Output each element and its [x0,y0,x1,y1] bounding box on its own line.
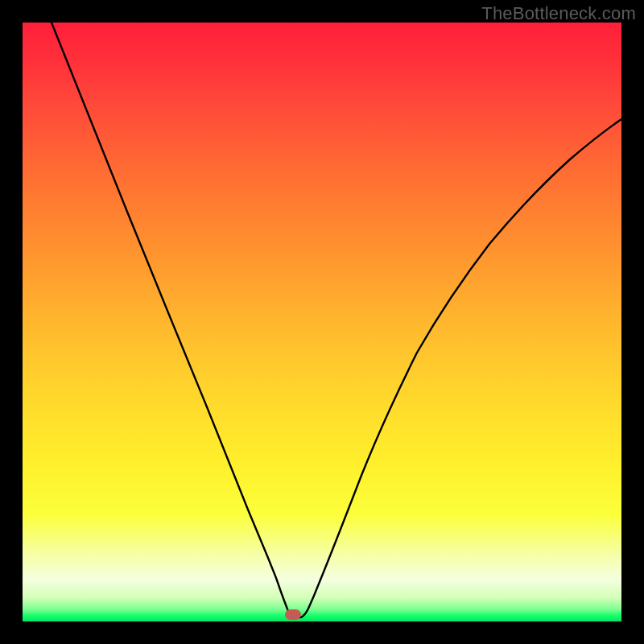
plot-area [23,23,621,621]
chart-frame: TheBottleneck.com [0,0,644,644]
watermark-text: TheBottleneck.com [481,3,636,24]
bottleneck-curve [23,23,621,621]
bottleneck-marker [285,609,301,620]
